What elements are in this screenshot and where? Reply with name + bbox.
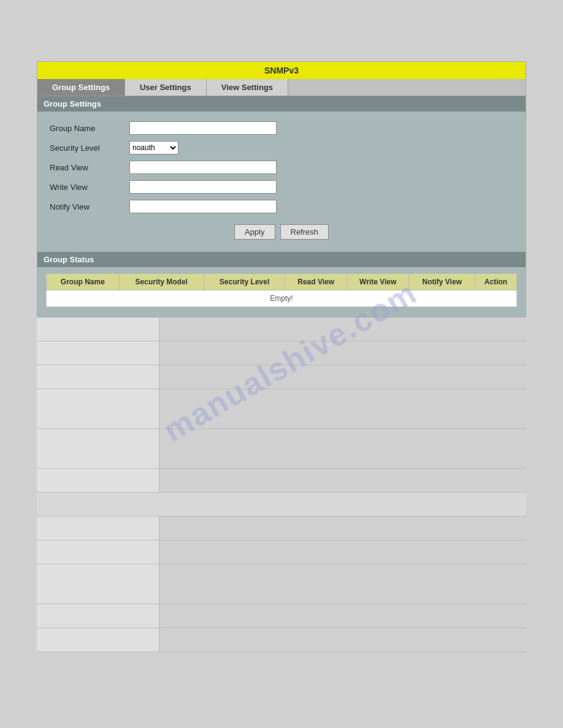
grid-cell-left-2 <box>37 341 159 365</box>
col-write-view: Write View <box>347 274 409 290</box>
status-table: Group Name Security Model Security Level… <box>46 273 517 307</box>
grid-row-9 <box>37 540 526 564</box>
grid-cell-right-4 <box>159 389 526 428</box>
group-status-header: Group Status <box>37 252 526 267</box>
grid-cell-left-9 <box>37 540 159 564</box>
grid-cell-right-3 <box>159 365 526 389</box>
notify-view-label: Notify View <box>50 202 129 211</box>
security-level-row: Security Level noauth auth priv <box>50 141 513 154</box>
col-security-model: Security Model <box>119 274 204 290</box>
col-action: Action <box>475 274 517 290</box>
col-group-name: Group Name <box>47 274 120 290</box>
refresh-button[interactable]: Refresh <box>280 224 329 240</box>
col-security-level: Security Level <box>204 274 285 290</box>
grid-row-10 <box>37 564 526 604</box>
col-notify-view: Notify View <box>409 274 475 290</box>
group-settings-section: Group Settings Group Name Security Level… <box>37 96 526 252</box>
group-name-label: Group Name <box>50 124 129 133</box>
grid-cell-right-5 <box>159 429 526 468</box>
grid-cell-right-9 <box>159 540 526 564</box>
grid-row-6 <box>37 469 526 493</box>
security-level-select[interactable]: noauth auth priv <box>129 141 178 154</box>
grid-cell-full-7 <box>37 493 526 516</box>
group-name-input[interactable] <box>129 121 277 135</box>
grid-row-3 <box>37 365 526 389</box>
grid-row-2 <box>37 341 526 365</box>
grid-cell-left-3 <box>37 365 159 389</box>
grid-cell-left-8 <box>37 517 159 540</box>
grid-cell-right-6 <box>159 469 526 492</box>
grid-cell-left-11 <box>37 604 159 628</box>
grid-cell-left-5 <box>37 429 159 468</box>
tabs-row: Group Settings User Settings View Settin… <box>37 79 526 96</box>
apply-button[interactable]: Apply <box>234 224 275 240</box>
read-view-row: Read View <box>50 161 513 174</box>
grid-row-11 <box>37 604 526 628</box>
status-table-wrapper: Group Name Security Model Security Level… <box>37 267 526 317</box>
grid-cell-left-1 <box>37 317 159 341</box>
write-view-input[interactable] <box>129 180 277 194</box>
grid-cell-left-6 <box>37 469 159 492</box>
col-read-view: Read View <box>285 274 347 290</box>
security-level-label: Security Level <box>50 143 129 153</box>
group-name-row: Group Name <box>50 121 513 135</box>
grid-row-8 <box>37 517 526 540</box>
grid-row-12 <box>37 628 526 652</box>
grid-cell-right-8 <box>159 517 526 540</box>
group-status-section: Group Status Group Name Security Model S… <box>37 252 526 317</box>
empty-message: Empty! <box>47 290 517 307</box>
write-view-label: Write View <box>50 183 129 192</box>
grid-cell-right-1 <box>159 317 526 341</box>
read-view-label: Read View <box>50 163 129 172</box>
page-title: SNMPv3 <box>37 62 526 79</box>
grid-cell-right-10 <box>159 564 526 604</box>
read-view-input[interactable] <box>129 161 277 174</box>
table-empty-row: Empty! <box>47 290 517 307</box>
notify-view-input[interactable] <box>129 200 277 213</box>
grid-cell-left-12 <box>37 628 159 651</box>
tab-group-settings[interactable]: Group Settings <box>37 79 125 96</box>
bottom-grid <box>37 317 526 652</box>
grid-row-5 <box>37 429 526 469</box>
grid-cell-left-10 <box>37 564 159 604</box>
notify-view-row: Notify View <box>50 200 513 213</box>
grid-cell-right-11 <box>159 604 526 628</box>
group-settings-form: Group Name Security Level noauth auth pr… <box>37 112 526 252</box>
table-header-row: Group Name Security Model Security Level… <box>47 274 517 290</box>
grid-cell-right-2 <box>159 341 526 365</box>
grid-row-7 <box>37 493 526 517</box>
tab-view-settings[interactable]: View Settings <box>207 79 288 96</box>
grid-cell-right-12 <box>159 628 526 651</box>
write-view-row: Write View <box>50 180 513 194</box>
grid-cell-left-4 <box>37 389 159 428</box>
grid-row-1 <box>37 317 526 341</box>
grid-row-4 <box>37 389 526 429</box>
main-container: SNMPv3 Group Settings User Settings View… <box>37 61 526 317</box>
button-row: Apply Refresh <box>50 224 513 240</box>
tab-user-settings[interactable]: User Settings <box>125 79 207 96</box>
group-settings-header: Group Settings <box>37 96 526 112</box>
